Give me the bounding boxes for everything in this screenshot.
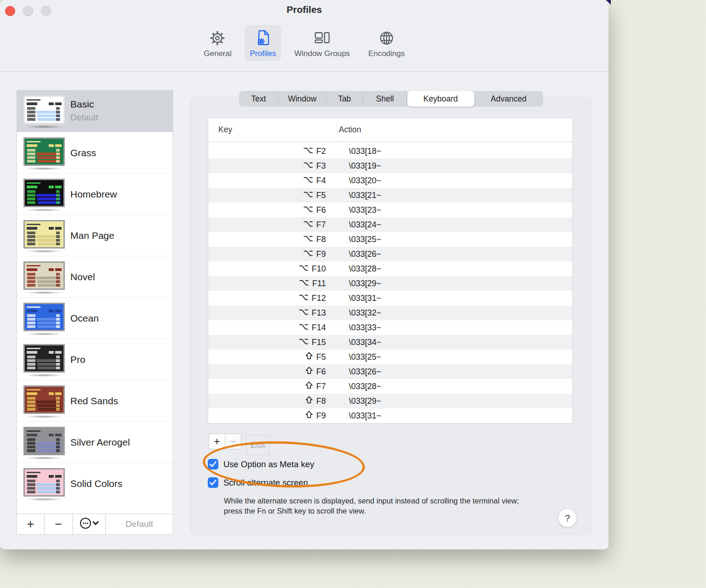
profile-actions-menu-button[interactable] [73,514,106,534]
profile-thumbnail [23,137,65,166]
add-mapping-button[interactable]: + [209,434,225,449]
help-button[interactable]: ? [558,509,577,527]
toolbar-item-general[interactable]: General [198,25,237,61]
thumbnail-shadow [25,250,63,253]
table-row[interactable]: F10 \033[28~ [208,261,572,276]
profile-list-toolbar: + − Default [17,514,173,534]
action-cell: \033[29~ [337,279,381,288]
key-cell: F6 [208,205,337,215]
profile-thumbnail [23,303,65,331]
thumbnail-shadow [25,333,63,335]
window-groups-icon [313,28,331,48]
key-cell: F3 [208,161,337,171]
toolbar-item-label: General [204,49,231,58]
table-row[interactable]: F7 \033[28~ [208,379,572,394]
thumbnail-shadow [25,498,63,501]
key-label: F4 [316,176,326,186]
key-label: F11 [312,279,326,288]
table-row[interactable]: F7 \033[24~ [208,217,572,232]
option-key-icon [299,279,309,288]
table-row[interactable]: F14 \033[33~ [208,320,572,335]
profile-item-basic[interactable]: BasicDefault [17,90,173,132]
profile-list: BasicDefault Grass Homebrew Man Page Nov… [17,90,173,514]
table-body: F2 \033[18~ F3 \033[19~ F4 \033[20~ F5 \… [208,142,572,423]
profile-item-homebrew[interactable]: Homebrew [17,173,173,215]
profile-item-pro[interactable]: Pro [17,339,173,380]
titlebar: Profiles General Profiles Windo [0,0,609,72]
table-header: Key Action [208,118,572,142]
remove-profile-button[interactable]: − [45,514,73,534]
profiles-sidebar: BasicDefault Grass Homebrew Man Page Nov… [17,90,173,535]
tab-advanced[interactable]: Advanced [474,91,543,107]
gear-icon [208,28,227,48]
option-key-icon [299,323,308,333]
key-cell: F5 [208,191,337,200]
key-label: F2 [316,147,326,156]
action-cell: \033[28~ [337,382,381,391]
table-row[interactable]: F9 \033[31~ [208,408,572,423]
table-row[interactable]: F5 \033[21~ [208,188,572,203]
profile-item-solid-colors[interactable]: Solid Colors [17,463,173,504]
toolbar-item-window-groups[interactable]: Window Groups [289,25,355,61]
profile-item-grass[interactable]: Grass [17,132,173,173]
key-label: F12 [312,294,326,303]
action-cell: \033[25~ [337,235,381,244]
toolbar-item-profiles[interactable]: Profiles [245,25,282,61]
terminal-preferences-window: Profiles General Profiles Windo [0,0,609,549]
profile-item-ocean[interactable]: Ocean [17,297,173,339]
set-default-button[interactable]: Default [106,514,173,534]
preferences-toolbar: General Profiles Window Groups Encodings [0,25,609,61]
table-row[interactable]: F8 \033[25~ [208,232,572,247]
toolbar-item-encodings[interactable]: Encodings [363,25,410,61]
table-row[interactable]: F15 \033[34~ [208,335,572,350]
scroll-alternate-screen-row: Scroll alternate screen [208,477,308,488]
key-cell: F15 [208,338,337,347]
table-row[interactable]: F3 \033[19~ [208,158,572,173]
key-cell: F14 [208,323,337,333]
thumbnail-shadow [25,457,63,459]
action-cell: \033[21~ [337,191,381,200]
profile-item-silver-aerogel[interactable]: Silver Aerogel [17,421,173,463]
option-key-icon [299,294,308,303]
shift-key-icon [305,411,313,421]
edit-mapping-button[interactable]: Edit [246,435,270,455]
table-row[interactable]: F9 \033[26~ [208,247,572,261]
tab-keyboard[interactable]: Keyboard [407,91,474,107]
key-label: F13 [312,308,326,318]
table-row[interactable]: F5 \033[25~ [208,350,572,364]
key-label: F15 [312,338,326,347]
remove-mapping-button[interactable]: − [225,434,241,449]
scroll-alternate-screen-checkbox[interactable] [208,477,218,488]
tab-window[interactable]: Window [279,91,326,107]
profile-name: Grass [70,147,96,158]
action-cell: \033[32~ [337,308,381,318]
key-label: F3 [316,161,326,171]
profile-name: Novel [70,271,95,283]
use-option-as-meta-checkbox[interactable] [208,459,218,469]
globe-icon [377,28,396,48]
key-cell: F13 [208,308,337,318]
mapping-edit-controls: + − Edit [209,434,270,455]
profile-item-novel[interactable]: Novel [17,256,173,297]
table-row[interactable]: F6 \033[23~ [208,203,572,217]
key-label: F7 [316,382,326,391]
thumbnail-shadow [25,415,63,418]
table-row[interactable]: F2 \033[18~ [208,144,572,158]
table-row[interactable]: F8 \033[29~ [208,394,572,408]
more-menu-icon [79,517,99,531]
table-row[interactable]: F4 \033[20~ [208,173,572,188]
table-row[interactable]: F6 \033[26~ [208,364,572,379]
action-cell: \033[18~ [337,147,381,156]
option-key-icon [299,308,308,318]
tab-tab[interactable]: Tab [326,91,363,107]
table-row[interactable]: F11 \033[29~ [208,276,572,291]
profile-item-man-page[interactable]: Man Page [17,215,173,256]
add-profile-button[interactable]: + [17,514,45,534]
table-row[interactable]: F12 \033[31~ [208,291,572,305]
tab-text[interactable]: Text [239,91,279,107]
profile-item-red-sands[interactable]: Red Sands [17,380,173,421]
table-row[interactable]: F13 \033[32~ [208,305,572,320]
tab-shell[interactable]: Shell [363,91,407,107]
key-label: F5 [316,191,326,200]
key-label: F7 [316,220,326,230]
